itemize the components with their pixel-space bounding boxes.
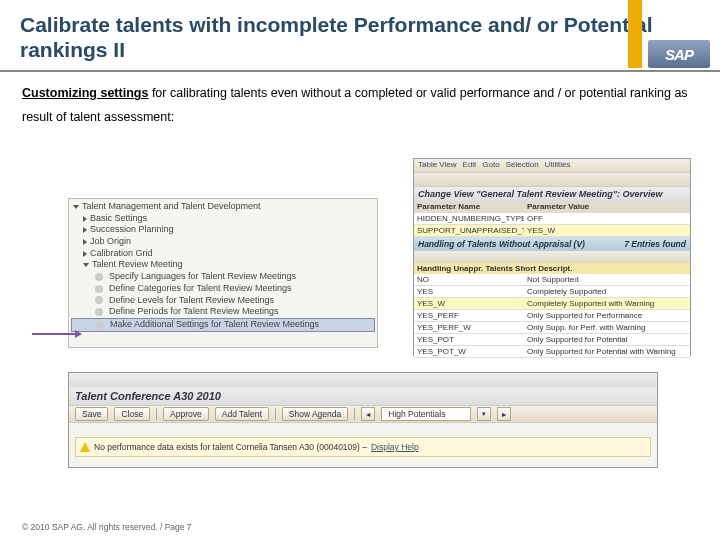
brand-bar: SAP (615, 0, 720, 70)
grid-cell[interactable]: YES_PERF (414, 310, 524, 322)
toolbar-divider (354, 408, 355, 420)
menu-item[interactable]: Table View (418, 160, 457, 171)
grid-cell[interactable]: Not Supported (524, 274, 690, 286)
grid-cell[interactable]: HIDDEN_NUMBERING_TYPE (414, 213, 524, 225)
add-talent-button[interactable]: Add Talent (215, 407, 269, 421)
grid-cell[interactable]: Only Supported for Performance (524, 310, 690, 322)
parameter-panel: Table View Edit Goto Selection Utilities… (413, 158, 691, 356)
conference-panel: Talent Conference A30 2010 Save Close Ap… (68, 372, 658, 468)
nav-prev-button[interactable]: ◄ (361, 407, 375, 421)
tree-leaf[interactable]: Define Categories for Talent Review Meet… (71, 283, 375, 295)
save-button[interactable]: Save (75, 407, 108, 421)
sap-logo-text: SAP (665, 46, 693, 63)
close-button[interactable]: Close (114, 407, 150, 421)
collapse-icon (83, 251, 87, 257)
conference-toolbar: Save Close Approve Add Talent Show Agend… (69, 405, 657, 423)
collapse-icon (83, 216, 87, 222)
tree-label: Define Periods for Talent Review Meeting… (109, 306, 278, 318)
customizing-tree-panel: Talent Management and Talent Development… (68, 198, 378, 348)
expand-icon (83, 263, 89, 267)
tree-node[interactable]: Basic Settings (71, 213, 375, 225)
tree-node[interactable]: Calibration Grid (71, 248, 375, 260)
dropdown-button[interactable]: ▾ (477, 407, 491, 421)
grid-cell[interactable]: NO (414, 274, 524, 286)
tree-label: Define Levels for Talent Review Meetings (109, 295, 274, 307)
toolbar-divider (275, 408, 276, 420)
approve-button[interactable]: Approve (163, 407, 209, 421)
tree-label: Succession Planning (90, 224, 174, 236)
grid-cell[interactable]: Only Supported for Potential (524, 334, 690, 346)
lookup-banner: Handling Unappr. Talents Short Descript. (414, 263, 690, 274)
activity-icon (96, 321, 104, 329)
toolbar-divider (156, 408, 157, 420)
menu-item[interactable]: Utilities (545, 160, 571, 171)
collapse-icon (83, 239, 87, 245)
lookup-title-text: Handling of Talents Without Appraisal (V… (418, 239, 585, 249)
grid-cell[interactable]: Only Supported for Potential with Warnin… (524, 346, 690, 358)
tree-leaf[interactable]: Specify Languages for Talent Review Meet… (71, 271, 375, 283)
slide-body: Customizing settings for calibrating tal… (0, 72, 720, 146)
tree-label: Talent Review Meeting (92, 259, 183, 271)
menu-item[interactable]: Goto (482, 160, 499, 171)
activity-icon (95, 296, 103, 304)
lookup-title: Handling of Talents Without Appraisal (V… (414, 237, 690, 251)
expand-icon (73, 205, 79, 209)
tree-label: Job Origin (90, 236, 131, 248)
footer-copyright: © 2010 SAP AG. All rights reserved. / Pa… (22, 522, 192, 532)
grid-cell[interactable]: Only Supp. for Perf. with Warning (524, 322, 690, 334)
grid-cell[interactable]: OFF (524, 213, 690, 225)
panel-title: Change View "General Talent Review Meeti… (414, 187, 690, 201)
tree-leaf[interactable]: Define Periods for Talent Review Meeting… (71, 306, 375, 318)
category-field[interactable]: High Potentials (381, 407, 471, 421)
grid-header: Parameter Value (524, 201, 690, 213)
grid-cell[interactable]: Completely Supported with Warning (524, 298, 690, 310)
panel-menu: Table View Edit Goto Selection Utilities (414, 159, 690, 173)
tree-leaf-selected[interactable]: Make Additional Settings for Talent Revi… (71, 318, 375, 332)
tree-root-label: Talent Management and Talent Development (82, 201, 260, 213)
grid-cell[interactable]: YES_POT_W (414, 346, 524, 358)
grid-cell[interactable]: YES_W (524, 225, 690, 237)
activity-icon (95, 308, 103, 316)
brand-gold-stripe (628, 0, 642, 68)
grid-header: Parameter Name (414, 201, 524, 213)
menu-item[interactable]: Edit (463, 160, 477, 171)
pointer-arrow (32, 333, 76, 335)
show-agenda-button[interactable]: Show Agenda (282, 407, 348, 421)
lookup-count: 7 Entries found (624, 239, 686, 249)
activity-icon (95, 285, 103, 293)
grid-cell[interactable]: YES_POT (414, 334, 524, 346)
tree-root[interactable]: Talent Management and Talent Development (71, 201, 375, 213)
grid-cell[interactable]: YES (414, 286, 524, 298)
nav-next-button[interactable]: ► (497, 407, 511, 421)
sap-logo: SAP (648, 40, 710, 68)
lookup-grid: NONot Supported YESCompletely Supported … (414, 274, 690, 358)
warning-bar: No performance data exists for talent Co… (75, 437, 651, 457)
tree-label: Basic Settings (90, 213, 147, 225)
tree-node[interactable]: Job Origin (71, 236, 375, 248)
tree-label: Specify Languages for Talent Review Meet… (109, 271, 296, 283)
grid-cell[interactable]: YES_PERF_W (414, 322, 524, 334)
tree-node[interactable]: Talent Review Meeting (71, 259, 375, 271)
tree-leaf[interactable]: Define Levels for Talent Review Meetings (71, 295, 375, 307)
conference-title: Talent Conference A30 2010 (69, 387, 657, 405)
tree-label: Define Categories for Talent Review Meet… (109, 283, 291, 295)
lookup-iconbar (414, 251, 690, 263)
warning-help-link[interactable]: Display Help (371, 442, 419, 452)
panel-iconbar (414, 173, 690, 187)
page-title: Calibrate talents with incomplete Perfor… (20, 12, 700, 62)
activity-icon (95, 273, 103, 281)
grid-cell[interactable]: SUPPORT_UNAPPRAISED_TALENTS (414, 225, 524, 237)
menu-item[interactable]: Selection (506, 160, 539, 171)
parameter-grid: Parameter Name Parameter Value HIDDEN_NU… (414, 201, 690, 237)
collapse-icon (83, 227, 87, 233)
tree-label: Calibration Grid (90, 248, 153, 260)
grid-cell[interactable]: Completely Supported (524, 286, 690, 298)
tree-node[interactable]: Succession Planning (71, 224, 375, 236)
conference-iconbar (69, 373, 657, 387)
description-lead: Customizing settings (22, 86, 148, 100)
warning-icon (80, 442, 90, 452)
slide-header: Calibrate talents with incomplete Perfor… (0, 0, 720, 72)
warning-text: No performance data exists for talent Co… (94, 442, 367, 452)
description-text: Customizing settings for calibrating tal… (22, 82, 698, 130)
grid-cell[interactable]: YES_W (414, 298, 524, 310)
